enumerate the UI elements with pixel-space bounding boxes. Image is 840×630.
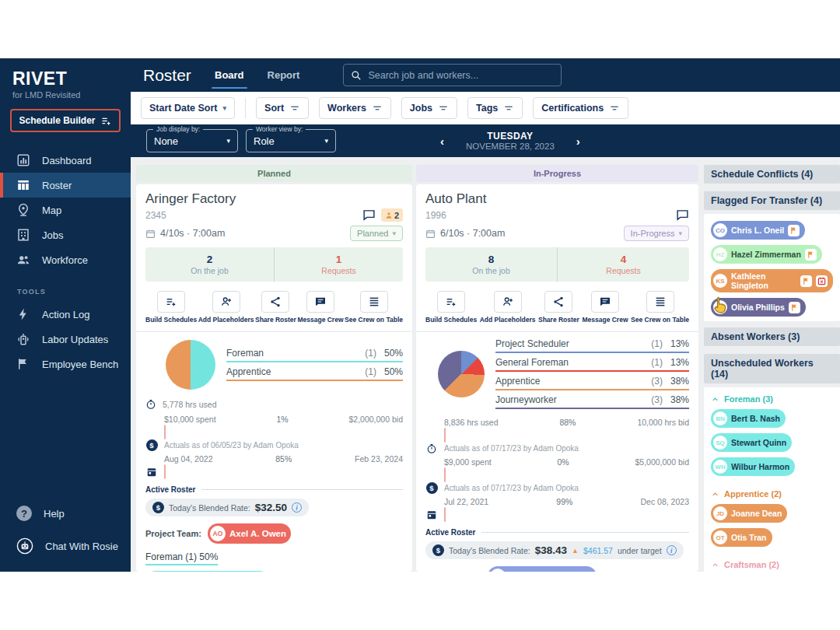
message-crew-action[interactable]: Message Crew: [297, 291, 343, 324]
job-status-dropdown[interactable]: In-Progress ▾: [624, 226, 689, 241]
info-icon[interactable]: i: [292, 502, 302, 513]
schedule-conflicts-header[interactable]: Schedule Conflicts (4): [704, 165, 840, 184]
jobs-filter-button[interactable]: Jobs: [401, 97, 457, 119]
dollar-icon: $: [152, 502, 164, 513]
search-box: [343, 64, 562, 86]
group-label: Foreman (3): [724, 394, 773, 404]
job-card-auto-plant: Auto Plant 1996 6/10s · 7:00am In-Progre…: [416, 184, 698, 572]
placeholder-count-badge[interactable]: 2: [381, 208, 403, 222]
sidebar-item-dashboard[interactable]: Dashboard: [0, 148, 131, 173]
transfer-flag-icon: [789, 302, 800, 313]
share-roster-action[interactable]: Share Roster: [538, 291, 579, 324]
question-mark-icon: ?: [16, 506, 32, 521]
job-status-dropdown[interactable]: Planned ▾: [350, 226, 403, 241]
add-placeholders-action[interactable]: Add Placeholders: [198, 291, 254, 324]
worker-chip[interactable]: OT Otis Tran: [711, 528, 772, 547]
worker-chip[interactable]: JD Joanne Dean: [711, 504, 787, 523]
job-notes-icon[interactable]: [676, 208, 689, 222]
increase-triangle-icon: ▲: [572, 547, 579, 555]
sidebar-item-chat-with-rosie[interactable]: Chat With Rosie: [0, 530, 131, 562]
group-toggle[interactable]: Craftsman (2): [711, 560, 833, 569]
unscheduled-workers-header[interactable]: Unscheduled Workers (14): [704, 354, 840, 383]
search-input[interactable]: [368, 70, 554, 81]
see-crew-on-table-action[interactable]: See Crew on Table: [631, 291, 689, 324]
role-pie-chart: [438, 351, 485, 397]
schedule-builder-button[interactable]: Schedule Builder: [10, 109, 121, 132]
sidebar-item-workforce[interactable]: Workforce: [0, 247, 131, 272]
absent-workers-header[interactable]: Absent Workers (3): [704, 327, 840, 346]
sidebar-item-map[interactable]: Map: [0, 198, 131, 222]
active-roster-label: Active Roster: [145, 485, 195, 494]
tab-report[interactable]: Report: [268, 58, 300, 92]
legend-row: Apprentice (1) 50%: [226, 365, 403, 381]
add-placeholders-action[interactable]: Add Placeholders: [480, 291, 536, 324]
sidebar-item-labor-updates[interactable]: Labor Updates: [0, 327, 131, 352]
certifications-filter-button[interactable]: Certifications: [533, 97, 628, 119]
worker-view-by-value: Role: [254, 135, 275, 147]
sidebar-item-label: Jobs: [42, 229, 63, 241]
job-metrics: 5,778 hrs used $ $10,000 spent1%$2,000,0…: [145, 399, 403, 479]
page: RIVET for LMD Revisited Schedule Builder…: [0, 0, 840, 630]
budget-progress-bar: [444, 467, 446, 482]
start-date-sort-button[interactable]: Start Date Sort ▾: [141, 97, 235, 119]
workers-filter-button[interactable]: Workers: [319, 97, 391, 119]
job-display-by-select[interactable]: Job display by: None▾: [146, 129, 238, 152]
radio-icon: [16, 332, 30, 346]
calendar-filled-icon: [145, 454, 158, 479]
board-content: Planned Aringer Factory 2345 2: [131, 157, 840, 572]
worker-chip[interactable]: HZ Hazel Zimmerman: [711, 245, 822, 264]
flagged-for-transfer-header[interactable]: Flagged For Transfer (4): [704, 191, 840, 210]
sort-button[interactable]: Sort: [256, 97, 309, 119]
action-label: Add Placeholders: [480, 316, 536, 324]
worker-chip[interactable]: CO Chris L. Oneil: [711, 221, 805, 240]
worker-name: Wilbur Harmon: [731, 462, 789, 471]
job-notes-icon[interactable]: [362, 208, 376, 222]
search-icon: [351, 70, 362, 81]
legend-count: (1): [365, 366, 376, 377]
sidebar-item-action-log[interactable]: Action Log: [0, 302, 131, 327]
column-in-progress: In-Progress Auto Plant 1996 6/10s · 7:00…: [416, 165, 698, 572]
build-schedules-action[interactable]: Build Schedules: [425, 291, 477, 324]
timeline-percent: 85%: [275, 454, 292, 464]
worker-chip[interactable]: BM Bessie D. Mckenzie: [488, 566, 597, 572]
group-toggle[interactable]: Apprentice (2): [711, 489, 833, 499]
role-group-label: Foreman (1) 50%: [145, 551, 218, 565]
worker-view-by-select[interactable]: Worker view by: Role▾: [246, 129, 336, 152]
sidebar-item-help[interactable]: ? Help: [0, 497, 131, 530]
message-crew-action[interactable]: Message Crew: [582, 291, 628, 324]
legend-percent: 38%: [670, 394, 689, 405]
unscheduled-workers-list: Foreman (3) BN Bert B. Nash SQ Stewart Q…: [704, 387, 840, 572]
worker-chip[interactable]: WH Wilbur Harmon: [711, 457, 795, 476]
share-roster-action[interactable]: Share Roster: [255, 291, 296, 324]
sidebar-item-label: Help: [44, 508, 65, 520]
sidebar-item-employee-bench[interactable]: Employee Bench: [0, 352, 131, 376]
chat-filled-icon: [306, 291, 334, 313]
worker-chip[interactable]: BN Bert B. Nash: [711, 409, 786, 428]
worker-name: Olivia Phillips: [731, 303, 785, 312]
build-schedules-action[interactable]: Build Schedules: [145, 291, 197, 324]
role-distribution: Foreman (1) 50% Apprentice (1) 50%: [145, 340, 403, 390]
current-date: TUESDAY NOVEMBER 28, 2023: [466, 131, 555, 151]
job-status-value: In-Progress: [631, 229, 675, 238]
sidebar-item-jobs[interactable]: Jobs: [0, 222, 131, 247]
group-toggle[interactable]: Foreman (3): [711, 394, 833, 404]
sidebar-item-label: Workforce: [42, 254, 88, 266]
tags-filter-button[interactable]: Tags: [467, 97, 523, 119]
worker-chip[interactable]: AO Axel A. Owen: [208, 523, 291, 544]
info-icon[interactable]: i: [667, 545, 677, 555]
spent-amount: $10,000 spent: [164, 415, 216, 424]
worker-chip[interactable]: KS Kathleen Singleton: [711, 269, 833, 292]
sidebar-item-label: Action Log: [42, 309, 89, 320]
legend-row: Journeyworker (3) 38%: [495, 393, 689, 409]
worker-chip[interactable]: JM Johnny Medina ×: [145, 571, 270, 572]
tab-board[interactable]: Board: [215, 58, 244, 92]
previous-day-arrow[interactable]: ‹: [440, 135, 444, 148]
avatar: AO: [210, 526, 226, 541]
see-crew-on-table-action[interactable]: See Crew on Table: [345, 291, 403, 324]
next-day-arrow[interactable]: ›: [576, 135, 580, 148]
worker-chip[interactable]: SQ Stewart Quinn: [711, 433, 792, 452]
sidebar-item-roster[interactable]: Roster: [0, 173, 131, 198]
sort-lines-icon: [289, 103, 300, 114]
avatar: JD: [713, 506, 727, 520]
sidebar-item-label: Roster: [42, 180, 72, 191]
